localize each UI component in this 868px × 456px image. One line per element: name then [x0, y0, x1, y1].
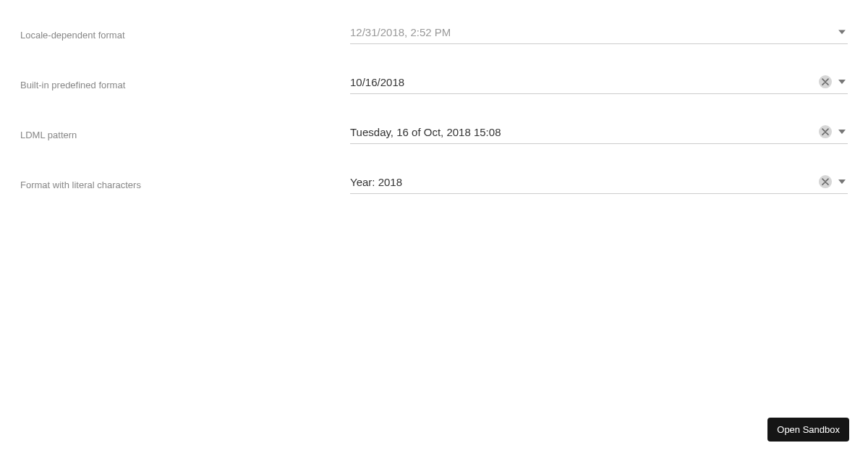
datebox-input-builtin[interactable] — [350, 70, 848, 94]
field-control — [350, 120, 848, 144]
field-control — [350, 20, 848, 44]
field-row-builtin: Built-in predefined format — [20, 70, 848, 94]
clear-icon[interactable] — [819, 125, 832, 138]
dropdown-icon[interactable] — [836, 126, 848, 138]
input-actions — [819, 125, 848, 138]
field-label: Format with literal characters — [20, 170, 350, 192]
field-row-ldml: LDML pattern — [20, 120, 848, 144]
form-area: Locale-dependent format Built-in predefi… — [0, 0, 868, 194]
clear-icon[interactable] — [819, 75, 832, 88]
field-control — [350, 70, 848, 94]
open-sandbox-button[interactable]: Open Sandbox — [767, 418, 849, 442]
dropdown-icon[interactable] — [836, 176, 848, 187]
field-row-literal: Format with literal characters — [20, 170, 848, 194]
field-label: LDML pattern — [20, 120, 350, 142]
input-actions — [819, 75, 848, 88]
dropdown-icon[interactable] — [836, 76, 848, 88]
field-label: Locale-dependent format — [20, 20, 350, 42]
input-actions — [836, 26, 848, 38]
datebox-input-ldml[interactable] — [350, 120, 848, 144]
datebox-input-literal[interactable] — [350, 170, 848, 194]
dropdown-icon[interactable] — [836, 26, 848, 38]
field-label: Built-in predefined format — [20, 70, 350, 92]
datebox-input-locale[interactable] — [350, 20, 848, 44]
field-row-locale: Locale-dependent format — [20, 20, 848, 44]
field-control — [350, 170, 848, 194]
clear-icon[interactable] — [819, 175, 832, 188]
input-actions — [819, 175, 848, 188]
